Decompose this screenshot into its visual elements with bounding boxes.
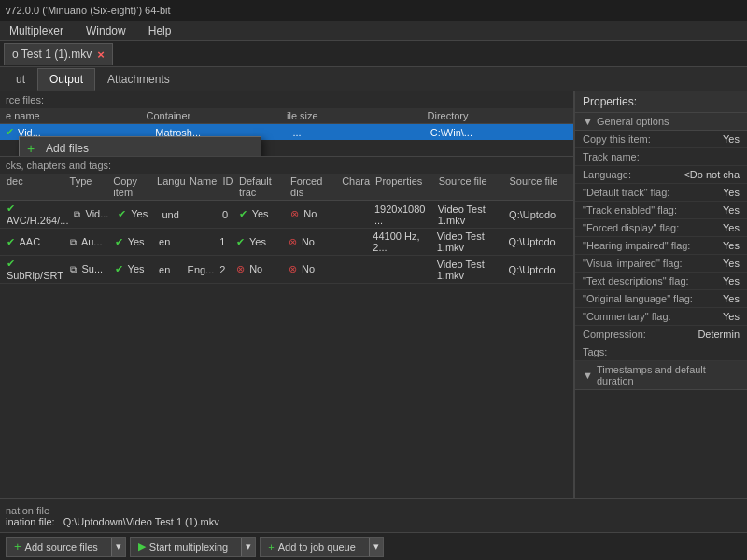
col-default-header: Default trac — [236, 175, 288, 198]
col-name-header: e name — [6, 110, 147, 121]
add-job-button[interactable]: + Add to job queue ▾ — [260, 537, 384, 557]
job-icon: + — [268, 541, 274, 553]
track-row[interactable]: ✔ SubRip/SRT ⧉ Su... ✔ Yes en Eng... 2 ⊗… — [0, 256, 573, 284]
start-multiplexing-button[interactable]: ▶ Start multiplexing ▾ — [130, 537, 256, 557]
prop-track-enabled: "Track enabled" flag: Yes — [575, 202, 747, 219]
track-copy-1: ✔ Yes — [112, 236, 156, 248]
prop-origlang-label: "Original language" flag: — [583, 293, 723, 304]
col-srcfile-header: Source file — [436, 175, 507, 198]
source-files-label: rce files: — [0, 91, 573, 108]
source-files-section: rce files: e name Container ile size Dir… — [0, 91, 573, 157]
add-job-dropdown[interactable]: ▾ — [369, 538, 383, 556]
track-forced-2: ⊗ No — [286, 263, 338, 275]
start-mux-dropdown[interactable]: ▾ — [241, 538, 255, 556]
menu-window[interactable]: Window — [80, 22, 132, 39]
col-codec-header: dec — [4, 175, 67, 198]
prop-copy-value: Yes — [723, 133, 740, 145]
prop-commentary-label: "Commentary" flag: — [583, 311, 723, 322]
prop-compression-label: Compression: — [583, 329, 698, 340]
col-dir-header: Directory — [428, 110, 569, 121]
col-forced-header: Forced dis — [288, 175, 339, 198]
add-source-files-button[interactable]: + Add source files ▾ — [6, 537, 126, 557]
track-codec-0: ✔ AVC/H.264/... — [4, 203, 71, 226]
add-source-dropdown[interactable]: ▾ — [111, 538, 125, 556]
prop-commentary: "Commentary" flag: Yes — [575, 308, 747, 326]
add-source-label: Add source files — [25, 541, 98, 553]
destination-path: ination file: Q:\Uptodown\Video Test 1 (… — [6, 516, 741, 527]
track-name-2: Eng... — [185, 264, 218, 275]
ctx-add-files[interactable]: + Add files — [20, 137, 261, 157]
track-lang-2: en — [156, 264, 184, 275]
prop-lang-value: <Do not cha — [684, 169, 740, 180]
prop-tags: Tags: — [575, 343, 747, 361]
track-srcfile2-2: Q:\Uptodo — [506, 264, 570, 275]
track-type-0: ⧉ Vid... — [71, 208, 115, 220]
track-row[interactable]: ✔ AVC/H.264/... ⧉ Vid... ✔ Yes und 0 ✔ Y… — [0, 201, 573, 229]
tracks-label: cks, chapters and tags: — [0, 157, 573, 174]
track-id-2: 2 — [217, 264, 233, 275]
menu-multiplexer[interactable]: Multiplexer — [4, 22, 69, 39]
track-check-0: ✔ — [7, 203, 15, 214]
tab-input[interactable]: ut — [4, 68, 37, 91]
tab-attachments[interactable]: Attachments — [95, 68, 182, 91]
close-tab-button[interactable]: × — [97, 48, 105, 62]
track-default-0: ✔ Yes — [236, 208, 288, 220]
prop-tags-label: Tags: — [583, 346, 740, 357]
tab-bar: o Test 1 (1).mkv × — [0, 41, 747, 67]
prop-hearing-impaired: "Hearing impaired" flag: Yes — [575, 237, 747, 255]
col-srcfile2-header: Source file — [506, 175, 570, 198]
menu-help[interactable]: Help — [143, 22, 177, 39]
prop-text-descriptions: "Text descriptions" flag: Yes — [575, 273, 747, 290]
track-type-2: ⧉ Su... — [67, 263, 111, 275]
track-srcfile-0: Video Test 1.mkv — [435, 203, 506, 226]
track-copy-0: ✔ Yes — [115, 208, 159, 220]
track-lang-1: en — [156, 236, 184, 247]
prop-compression-value: Determin — [698, 329, 740, 340]
prop-commentary-value: Yes — [723, 311, 740, 322]
prop-compression: Compression: Determin — [575, 326, 747, 343]
track-id-1: 1 — [217, 236, 233, 247]
prop-origlang-value: Yes — [723, 293, 740, 304]
prop-textdesc-value: Yes — [723, 275, 740, 287]
prop-trackname-label: Track name: — [583, 151, 740, 162]
prop-visual-value: Yes — [723, 258, 740, 269]
add-job-label: Add to job queue — [278, 541, 356, 553]
track-props-1: 44100 Hz, 2... — [370, 231, 433, 253]
ctx-add-files-label: Add files — [46, 142, 89, 155]
prop-enabled-label: "Track enabled" flag: — [583, 204, 723, 216]
title-text: v72.0.0 ('Minuano (Six-eight)') 64-bit — [6, 5, 171, 16]
track-forced-1: ⊗ No — [286, 236, 338, 248]
timestamps-label: Timestamps and default duration — [597, 364, 740, 386]
col-size-header: ile size — [287, 110, 428, 121]
track-row[interactable]: ✔ AAC ⧉ Au... ✔ Yes en 1 ✔ Yes — [0, 229, 573, 256]
col-copy-header: Copy item — [110, 175, 154, 198]
main-content: rce files: e name Container ile size Dir… — [0, 91, 747, 498]
prop-default-value: Yes — [723, 187, 740, 198]
file-tab[interactable]: o Test 1 (1).mkv × — [4, 43, 113, 65]
prop-hearing-label: "Hearing impaired" flag: — [583, 240, 723, 251]
prop-textdesc-label: "Text descriptions" flag: — [583, 275, 723, 287]
track-codec-1: ✔ AAC — [4, 236, 67, 248]
context-menu: + Add files ◼◼ Append files ◼◼ Add files… — [19, 136, 261, 157]
col-container-header: Container — [147, 110, 288, 121]
destination-section: nation file ination file: Q:\Uptodown\Vi… — [0, 498, 747, 532]
track-codec-2: ✔ SubRip/SRT — [4, 258, 67, 281]
track-type-1: ⧉ Au... — [67, 236, 111, 248]
plus-icon: + — [14, 539, 21, 553]
prop-copy-item: Copy this item: Yes — [575, 131, 747, 148]
track-default-2: ⊗ No — [233, 263, 286, 275]
col-char-header: Chara — [339, 175, 373, 198]
start-mux-label: Start multiplexing — [149, 541, 228, 553]
tab-output[interactable]: Output — [37, 68, 95, 91]
prop-lang-label: Language: — [583, 169, 684, 180]
prop-forced-value: Yes — [723, 222, 740, 233]
prop-hearing-value: Yes — [723, 240, 740, 251]
source-file-check: ✔ — [6, 126, 14, 138]
sub-tabs: ut Output Attachments — [0, 67, 747, 91]
track-srcfile-2: Video Test 1.mkv — [434, 259, 506, 281]
title-bar: v72.0.0 ('Minuano (Six-eight)') 64-bit — [0, 0, 747, 21]
file-tab-label: o Test 1 (1).mkv — [12, 48, 92, 61]
track-id-0: 0 — [219, 209, 236, 220]
source-file-size: ... — [293, 127, 430, 138]
prop-default-label: "Default track" flag: — [583, 187, 723, 198]
